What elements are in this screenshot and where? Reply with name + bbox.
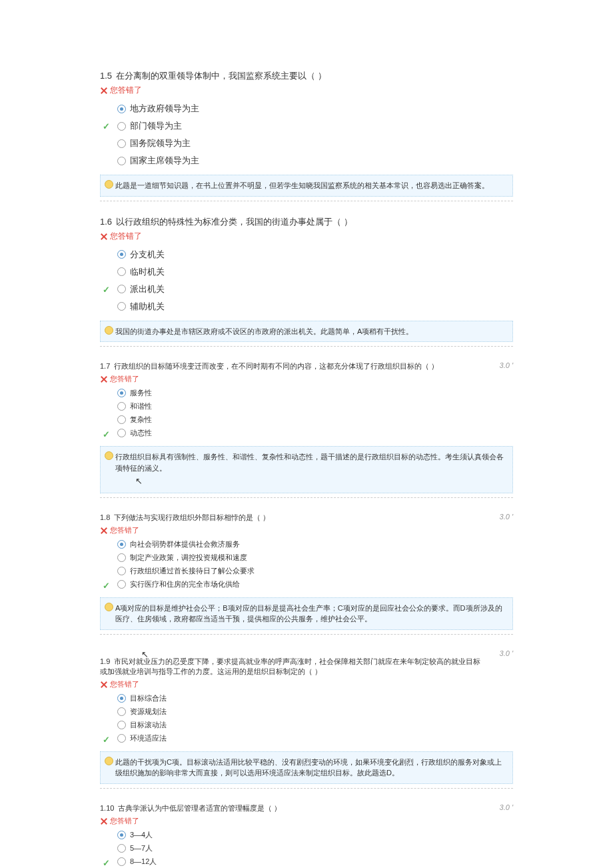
- radio-icon[interactable]: [117, 389, 126, 397]
- feedback-label: 您答错了: [110, 679, 139, 689]
- question-score: 3.0 ': [500, 649, 513, 657]
- check-icon: ✓: [103, 581, 110, 591]
- option-text: 临时机关: [130, 266, 165, 278]
- option-row[interactable]: 资源规划法: [103, 707, 513, 717]
- feedback-label: 您答错了: [110, 374, 139, 384]
- option-row[interactable]: ✓ 环境适应法: [103, 733, 513, 743]
- option-row[interactable]: 国家主席领导为主: [103, 155, 513, 167]
- feedback-label: 您答错了: [110, 231, 142, 242]
- radio-icon[interactable]: [117, 267, 126, 276]
- radio-icon[interactable]: [117, 734, 126, 743]
- radio-icon[interactable]: [117, 721, 126, 729]
- question-block: 1.10古典学派认为中低层管理者适宜的管理幅度是（ ） 3.0 ' 您答错了 3…: [100, 803, 513, 868]
- option-row[interactable]: 目标滚动法: [103, 720, 513, 730]
- explanation-text: 我国的街道办事处是市辖区政府或不设区的市政府的派出机关。此题简单，A项稍有干扰性…: [115, 327, 413, 335]
- option-text: 动态性: [130, 428, 152, 438]
- question-number: 1.6: [100, 217, 112, 227]
- option-text: 服务性: [130, 388, 152, 398]
- option-row[interactable]: ✓ 派出机关: [103, 283, 513, 295]
- option-row[interactable]: 服务性: [103, 388, 513, 398]
- explanation-box: 此题是一道细节知识题，在书上位置并不明显，但若学生知晓我国监察系统的相关基本常识…: [100, 175, 513, 197]
- option-row[interactable]: 行政组织通过首长接待日了解公众要求: [103, 566, 513, 576]
- radio-icon[interactable]: [117, 415, 126, 424]
- options-group: 服务性 和谐性 复杂性 ✓ 动态性: [103, 388, 513, 438]
- radio-icon[interactable]: [117, 707, 126, 716]
- radio-icon[interactable]: [117, 567, 126, 575]
- option-row[interactable]: 辅助机关: [103, 301, 513, 313]
- radio-icon[interactable]: [117, 105, 126, 113]
- option-row[interactable]: 临时机关: [103, 266, 513, 278]
- bulb-icon: [105, 757, 113, 765]
- radio-icon[interactable]: [117, 402, 126, 411]
- explanation-text: 此题的干扰项为C项。目标滚动法适用比较平稳的、没有剧烈变动的环境，如果环境变化剧…: [115, 758, 502, 777]
- option-text: 8—12人: [130, 857, 157, 867]
- x-icon: [100, 681, 107, 688]
- radio-icon[interactable]: [117, 285, 126, 293]
- explanation-box: A项对应的目标是维护社会公平；B项对应的目标是提高社会生产率；C项对应的是回应社…: [100, 597, 513, 630]
- question-number: 1.8: [100, 513, 110, 521]
- option-row[interactable]: ✓ 部门领导为主: [103, 120, 513, 132]
- option-row[interactable]: ✓ 动态性: [103, 428, 513, 438]
- option-text: 分支机关: [130, 249, 165, 261]
- option-row[interactable]: 3—4人: [103, 830, 513, 840]
- option-row[interactable]: 制定产业政策，调控投资规模和速度: [103, 553, 513, 563]
- feedback-label: 您答错了: [110, 816, 139, 826]
- option-text: 地方政府领导为主: [130, 103, 199, 115]
- question-number: 1.5: [100, 71, 112, 81]
- question-block: 1.7行政组织的目标随环境变迁而改变，在不同时期有不同的内容，这都充分体现了行政…: [100, 361, 513, 498]
- radio-icon[interactable]: [117, 553, 126, 562]
- option-row[interactable]: 复杂性: [103, 415, 513, 425]
- bulb-icon: [105, 180, 113, 189]
- radio-icon[interactable]: [117, 122, 126, 131]
- radio-icon[interactable]: [117, 580, 126, 589]
- option-row[interactable]: 向社会弱势群体提供社会救济服务: [103, 539, 513, 549]
- option-text: 行政组织通过首长接待日了解公众要求: [130, 566, 255, 576]
- radio-icon[interactable]: [117, 250, 126, 259]
- radio-icon[interactable]: [117, 857, 126, 866]
- bulb-icon: [105, 451, 113, 460]
- explanation-text: A项对应的目标是维护社会公平；B项对应的目标是提高社会生产率；C项对应的是回应社…: [115, 604, 502, 623]
- options-group: 目标综合法 资源规划法 目标滚动法 ✓ 环境适应法: [103, 693, 513, 743]
- question-text: 1.7行政组织的目标随环境变迁而改变，在不同时期有不同的内容，这都充分体现了行政…: [100, 361, 513, 371]
- feedback-wrong: 您答错了: [100, 231, 513, 242]
- options-group: 地方政府领导为主 ✓ 部门领导为主 国务院领导为主 国家主席领导为主: [103, 103, 513, 167]
- x-icon: [100, 817, 107, 825]
- question-block: 1.5在分离制的双重领导体制中，我国监察系统主要以（ ） 您答错了 地方政府领导…: [100, 70, 513, 201]
- check-icon: ✓: [103, 121, 110, 131]
- option-row[interactable]: 国务院领导为主: [103, 137, 513, 149]
- option-text: 3—4人: [130, 830, 153, 840]
- option-text: 部门领导为主: [130, 120, 182, 132]
- radio-icon[interactable]: [117, 540, 126, 549]
- option-row[interactable]: 和谐性: [103, 401, 513, 411]
- radio-icon[interactable]: [117, 429, 126, 437]
- question-number: 1.10: [100, 804, 114, 812]
- check-icon: ✓: [103, 858, 110, 868]
- option-row[interactable]: 分支机关: [103, 249, 513, 261]
- question-text: 1.5在分离制的双重领导体制中，我国监察系统主要以（ ）: [100, 70, 513, 82]
- feedback-wrong: 您答错了: [100, 679, 513, 689]
- option-row[interactable]: ✓ 实行医疗和住房的完全市场化供给: [103, 579, 513, 589]
- explanation-text: 行政组织目标具有强制性、服务性、和谐性、复杂性和动态性，题干描述的是行政组织目标…: [115, 453, 504, 472]
- question-number: 1.9: [100, 657, 110, 665]
- question-text: 1.8下列做法与实现行政组织外部目标相悖的是（ ） 3.0 ': [100, 513, 513, 523]
- bulb-icon: [105, 326, 113, 335]
- bulb-icon: [105, 603, 113, 611]
- feedback-wrong: 您答错了: [100, 85, 513, 96]
- radio-icon[interactable]: [117, 694, 126, 703]
- question-number: 1.7: [100, 362, 110, 370]
- question-block: 1.8下列做法与实现行政组织外部目标相悖的是（ ） 3.0 ' 您答错了 向社会…: [100, 513, 513, 635]
- x-icon: [100, 375, 107, 383]
- radio-icon[interactable]: [117, 302, 126, 311]
- option-row[interactable]: ✓ 8—12人: [103, 857, 513, 867]
- question-block: ↖ 1.9市民对就业压力的忍受度下降，要求提高就业率的呼声高涨时，社会保障相关部…: [100, 649, 513, 789]
- option-row[interactable]: 地方政府领导为主: [103, 103, 513, 115]
- x-icon: [100, 233, 107, 240]
- option-row[interactable]: 目标综合法: [103, 693, 513, 703]
- options-group: 3—4人 5—7人 ✓ 8—12人 13—16人: [103, 830, 513, 868]
- radio-icon[interactable]: [117, 831, 126, 839]
- radio-icon[interactable]: [117, 844, 126, 853]
- options-group: 向社会弱势群体提供社会救济服务 制定产业政策，调控投资规模和速度 行政组织通过首…: [103, 539, 513, 589]
- option-row[interactable]: 5—7人: [103, 843, 513, 853]
- radio-icon[interactable]: [117, 139, 126, 148]
- radio-icon[interactable]: [117, 157, 126, 165]
